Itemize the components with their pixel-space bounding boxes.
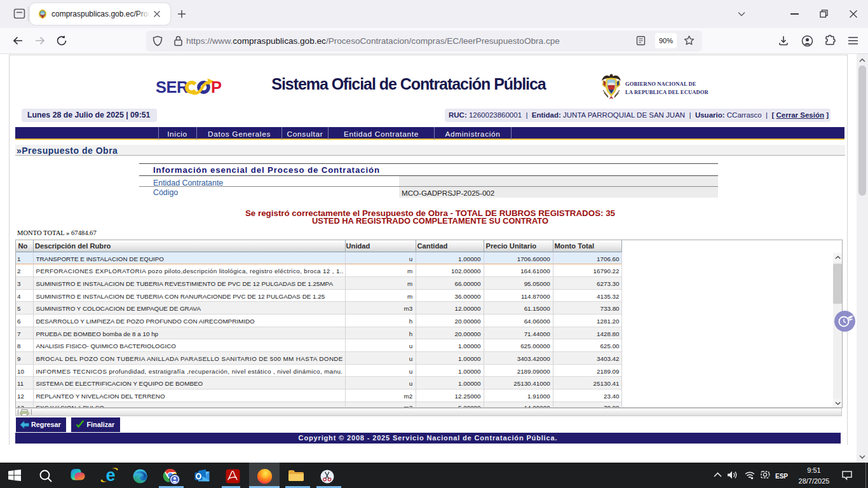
svg-text:P: P	[211, 78, 222, 96]
svg-text:SER: SER	[156, 78, 188, 96]
